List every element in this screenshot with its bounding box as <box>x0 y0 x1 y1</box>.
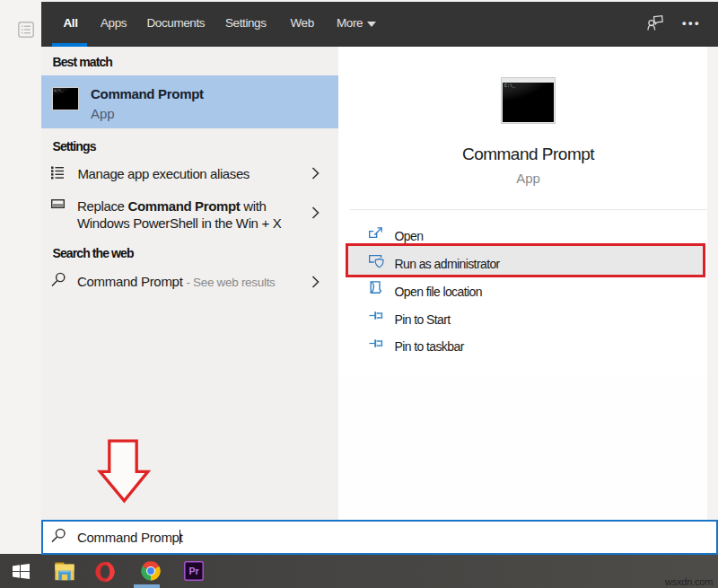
svg-text:Pr: Pr <box>188 566 198 576</box>
